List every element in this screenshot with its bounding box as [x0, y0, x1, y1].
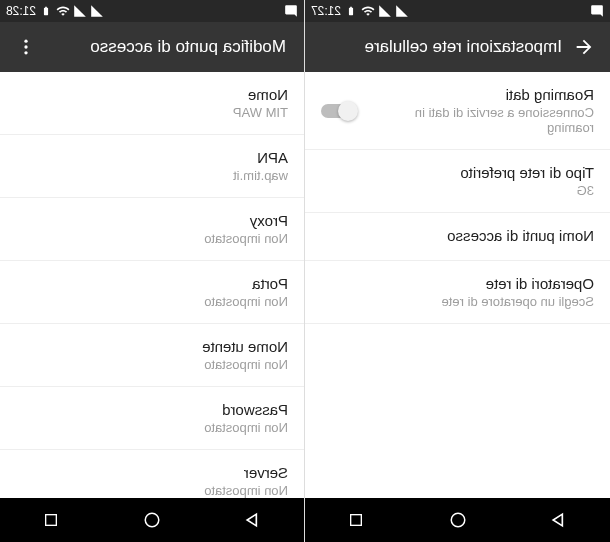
- msg-icon: [590, 4, 604, 18]
- row-sub: Connessione a servizi di dati in roaming: [367, 105, 594, 135]
- row-label: Password: [16, 401, 288, 418]
- settings-list: Roaming dati Connessione a servizi di da…: [305, 72, 610, 498]
- row-sub: Non impostato: [16, 420, 288, 435]
- roaming-toggle[interactable]: [321, 104, 355, 118]
- row-server[interactable]: Server Non impostato: [0, 450, 304, 498]
- screen-network-settings: 21:27 Impostazioni rete cellulare Roamin…: [305, 0, 610, 542]
- row-sub: Non impostato: [16, 294, 288, 309]
- row-label: Tipo di rete preferito: [321, 164, 594, 181]
- nav-recent[interactable]: [21, 498, 81, 542]
- row-roaming[interactable]: Roaming dati Connessione a servizi di da…: [305, 72, 610, 150]
- nav-bar: [0, 498, 304, 542]
- nav-home[interactable]: [428, 498, 488, 542]
- row-proxy[interactable]: Proxy Non impostato: [0, 198, 304, 261]
- nav-back[interactable]: [529, 498, 589, 542]
- svg-point-2: [24, 40, 27, 43]
- svg-point-4: [24, 51, 27, 54]
- row-sub: Non impostato: [16, 357, 288, 372]
- row-sub: 3G: [321, 183, 594, 198]
- row-label: Proxy: [16, 212, 288, 229]
- svg-rect-6: [45, 515, 56, 526]
- signal-icon-2: [73, 4, 87, 18]
- signal-icon-2: [378, 4, 392, 18]
- row-sub: Scegli un operatore di rete: [321, 294, 594, 309]
- row-sub: TIM WAP: [16, 105, 288, 120]
- row-operators[interactable]: Operatori di rete Scegli un operatore di…: [305, 261, 610, 324]
- nav-home[interactable]: [122, 498, 182, 542]
- apn-list: Nome TIM WAP APN wap.tim.it Proxy Non im…: [0, 72, 304, 498]
- row-label: Roaming dati: [367, 86, 594, 103]
- row-name[interactable]: Nome TIM WAP: [0, 72, 304, 135]
- row-sub: Non impostato: [16, 231, 288, 246]
- row-port[interactable]: Porta Non impostato: [0, 261, 304, 324]
- row-apn[interactable]: Nomi punti di accesso: [305, 213, 610, 261]
- signal-icon: [90, 4, 104, 18]
- battery-icon: [344, 4, 358, 18]
- back-button[interactable]: [562, 25, 606, 69]
- row-label: Porta: [16, 275, 288, 292]
- status-time: 21:28: [6, 4, 36, 18]
- status-time: 21:27: [311, 4, 341, 18]
- menu-button[interactable]: [4, 25, 48, 69]
- battery-icon: [39, 4, 53, 18]
- row-sub: Non impostato: [16, 483, 288, 498]
- screen-apn-edit: 21:28 Modifica punto di accesso Nome TIM…: [0, 0, 305, 542]
- header: Impostazioni rete cellulare: [305, 22, 610, 72]
- row-password[interactable]: Password Non impostato: [0, 387, 304, 450]
- row-label: Server: [16, 464, 288, 481]
- row-label: Nome: [16, 86, 288, 103]
- nav-recent[interactable]: [326, 498, 386, 542]
- nav-back[interactable]: [223, 498, 283, 542]
- row-sub: wap.tim.it: [16, 168, 288, 183]
- wifi-icon: [361, 4, 375, 18]
- status-bar: 21:28: [0, 0, 304, 22]
- header-title: Modifica punto di accesso: [48, 37, 300, 57]
- msg-icon: [284, 4, 298, 18]
- row-username[interactable]: Nome utente Non impostato: [0, 324, 304, 387]
- wifi-icon: [56, 4, 70, 18]
- row-label: Nomi punti di accesso: [321, 227, 594, 244]
- row-label: APN: [16, 149, 288, 166]
- signal-icon: [395, 4, 409, 18]
- status-bar: 21:27: [305, 0, 610, 22]
- row-label: Nome utente: [16, 338, 288, 355]
- header: Modifica punto di accesso: [0, 22, 304, 72]
- svg-rect-1: [351, 515, 362, 526]
- svg-point-5: [145, 513, 159, 527]
- svg-point-0: [451, 513, 465, 527]
- svg-point-3: [24, 45, 27, 48]
- row-label: Operatori di rete: [321, 275, 594, 292]
- header-title: Impostazioni rete cellulare: [309, 37, 562, 57]
- nav-bar: [305, 498, 610, 542]
- row-network-type[interactable]: Tipo di rete preferito 3G: [305, 150, 610, 213]
- row-apn[interactable]: APN wap.tim.it: [0, 135, 304, 198]
